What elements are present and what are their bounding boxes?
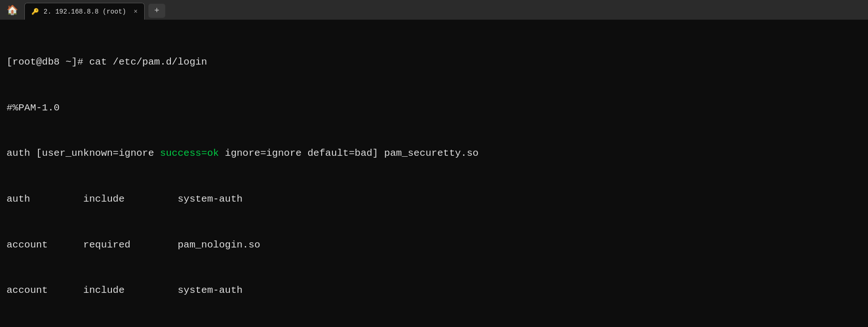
command-line: [root@db8 ~]# cat /etc/pam.d/login bbox=[7, 55, 861, 70]
auth-prefix: auth [user_unknown=ignore bbox=[7, 148, 160, 159]
auth-line-1: auth [user_unknown=ignore success=ok ign… bbox=[7, 146, 861, 161]
auth-line-2: auth include system-auth bbox=[7, 192, 861, 207]
active-tab[interactable]: 🔑 2. 192.168.8.8 (root) × bbox=[24, 3, 145, 20]
terminal-content: [root@db8 ~]# cat /etc/pam.d/login #%PAM… bbox=[0, 20, 868, 327]
account-line-2: account include system-auth bbox=[7, 283, 861, 298]
account-line-1: account required pam_nologin.so bbox=[7, 238, 861, 253]
home-icon: 🏠 bbox=[7, 4, 18, 16]
success-ok-text: success=ok bbox=[160, 148, 219, 159]
auth-suffix: ignore=ignore default=bad] pam_securetty… bbox=[219, 148, 479, 159]
pam-version-line: #%PAM-1.0 bbox=[7, 101, 861, 116]
tab-label: 2. 192.168.8.8 (root) bbox=[44, 8, 126, 15]
tab-icon: 🔑 bbox=[31, 8, 39, 15]
home-tab[interactable]: 🏠 bbox=[0, 0, 24, 20]
tab-close-button[interactable]: × bbox=[133, 8, 137, 15]
new-tab-button[interactable]: + bbox=[148, 4, 165, 18]
tab-bar: 🏠 🔑 2. 192.168.8.8 (root) × + bbox=[0, 0, 868, 20]
terminal-window: 🏠 🔑 2. 192.168.8.8 (root) × + [root@db8 … bbox=[0, 0, 868, 327]
